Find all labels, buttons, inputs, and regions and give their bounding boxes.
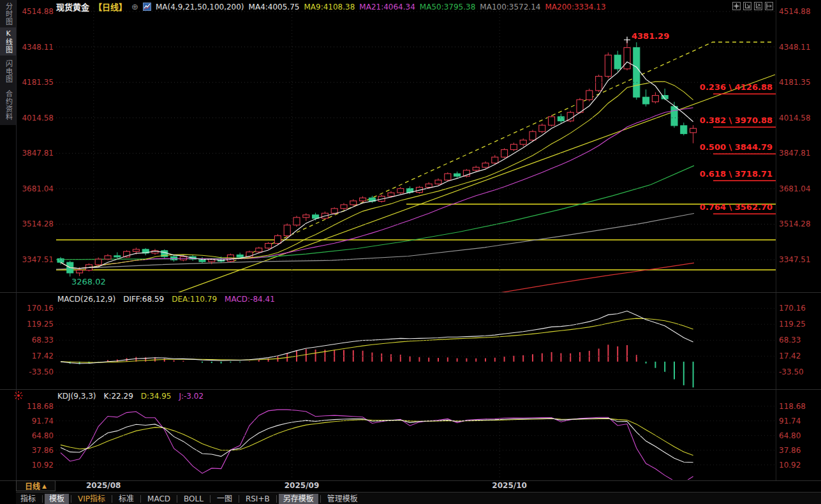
candle — [605, 55, 611, 76]
macd-params-label: MACD(26,12,9) — [57, 295, 115, 304]
kdj-header: KDJ(9,3,3) K:22.29 D:34.95 J:-3.02 — [57, 392, 203, 401]
tab-manage-template[interactable]: 管理模板 — [323, 494, 362, 504]
candle — [652, 96, 658, 102]
kdj-d-value: D:34.95 — [141, 392, 172, 401]
macd-header: MACD(26,12,9) DIFF:68.59 DEA:110.79 MACD… — [57, 295, 275, 304]
kdj-j-value: J:-3.02 — [179, 392, 203, 401]
ma21-value: MA21:4064.34 — [359, 3, 415, 11]
chart-header: 现货黄金 【日线】 ⊕ MA(4,9,21,50,100,200) MA4:40… — [56, 1, 606, 12]
tab-template[interactable]: 模板 — [45, 494, 69, 504]
candle — [586, 91, 593, 100]
candle — [539, 125, 545, 131]
tab-indicators[interactable]: 指标 — [16, 494, 40, 504]
macd-layer — [61, 311, 693, 388]
main-macd-divider — [0, 292, 821, 293]
candle — [681, 126, 687, 134]
candle — [313, 215, 319, 218]
chart-app-window: 分时图 K线图 闪电图 合约资料 现货黄金 【日线】 ⊕ MA(4,9,21,5… — [0, 0, 821, 504]
candle — [133, 249, 139, 251]
timeline-divider — [0, 480, 821, 481]
tab-save-template[interactable]: 另存模板 — [279, 494, 318, 504]
sidebar-item-lightning-chart[interactable]: 闪电图 — [0, 59, 16, 84]
candle — [341, 205, 347, 209]
tab-separator — [112, 495, 112, 503]
tab-vip-indicators[interactable]: VIP指标 — [73, 494, 110, 504]
sidebar-item-contract-info[interactable]: 合约资料 — [0, 89, 16, 122]
candle — [529, 131, 536, 140]
candle — [57, 259, 64, 263]
candle — [95, 259, 101, 265]
candle — [274, 236, 281, 244]
tab-macd[interactable]: MACD — [143, 494, 175, 504]
tab-boll[interactable]: BOLL — [179, 494, 208, 504]
candle — [388, 193, 394, 196]
mini-chart-icon[interactable] — [143, 3, 151, 11]
macd-dea-value: DEA:110.79 — [172, 295, 217, 304]
sidebar-item-kline-chart[interactable]: K线图 — [0, 27, 16, 56]
kdj-k-value: K:22.29 — [104, 392, 133, 401]
sidebar-item-time-chart[interactable]: 分时图 — [0, 1, 16, 27]
axis-scale-right-icon[interactable] — [754, 2, 762, 10]
candle — [105, 256, 111, 259]
candle — [501, 150, 508, 158]
low-price-label: 3268.02 — [71, 277, 106, 286]
candle — [633, 48, 640, 98]
tab-separator — [210, 495, 211, 503]
candle — [510, 144, 517, 149]
tab-standard[interactable]: 标准 — [114, 494, 138, 504]
candle — [265, 244, 272, 248]
chart-canvas[interactable] — [0, 0, 821, 504]
sidebar-item-label: K线图 — [3, 29, 13, 54]
ma4-value: MA4:4005.75 — [249, 3, 300, 11]
period-selector[interactable]: 日线 ▲ — [16, 480, 55, 491]
indicator-settings-icon[interactable] — [14, 390, 23, 403]
candle — [360, 198, 366, 201]
candle — [482, 163, 489, 168]
symbol-title: 现货黄金 — [56, 1, 89, 13]
candle — [643, 97, 649, 104]
macd-diff-value: DIFF:68.59 — [123, 295, 164, 304]
candle — [558, 117, 564, 121]
bottom-tabbar: 指标 模板 VIP指标 标准 MACD BOLL 一图 RSI+B 另存模板 管… — [16, 492, 821, 504]
candle — [520, 140, 526, 145]
tab-separator — [140, 495, 141, 503]
macd-macd-value: MACD:-84.41 — [225, 295, 275, 304]
candle — [454, 174, 461, 176]
candle — [671, 107, 677, 126]
triangle-up-icon: ▲ — [42, 483, 47, 489]
axis-scale-left-icon[interactable] — [743, 2, 751, 10]
candle — [114, 256, 121, 257]
tab-separator — [239, 495, 239, 503]
candle — [473, 167, 479, 170]
ma50-value: MA50:3795.38 — [420, 3, 476, 11]
candle — [492, 157, 498, 163]
main-chart-layer — [56, 37, 776, 300]
ma200-value: MA200:3334.13 — [545, 3, 605, 11]
candle — [596, 77, 602, 91]
candle — [614, 55, 621, 69]
ma-params-label: MA(4,9,21,50,100,200) — [156, 3, 244, 11]
candle — [303, 215, 309, 218]
tab-separator — [42, 495, 43, 503]
candle — [171, 256, 177, 260]
peak-marker — [624, 37, 630, 43]
tab-rsi-b[interactable]: RSI+B — [241, 494, 274, 504]
candle — [256, 248, 262, 252]
candle — [425, 184, 432, 187]
candle — [445, 174, 451, 180]
candle — [397, 189, 404, 193]
sidebar-item-label: 合约资料 — [3, 90, 13, 121]
panel-expand-icon[interactable] — [765, 2, 773, 10]
candle — [284, 225, 290, 236]
candle — [624, 48, 630, 69]
period-label: 日线 — [25, 480, 40, 491]
tab-one-chart[interactable]: 一图 — [212, 494, 237, 504]
ma100-value: MA100:3572.14 — [480, 3, 540, 11]
high-price-label: 4381.29 — [632, 31, 669, 41]
chart-toolbar — [732, 2, 773, 10]
expand-icon[interactable]: ⊕ — [131, 2, 138, 11]
crosshair-icon[interactable] — [732, 2, 741, 10]
kdj-params-label: KDJ(9,3,3) — [57, 392, 96, 401]
sidebar-divider — [16, 0, 17, 480]
tab-separator — [276, 495, 277, 503]
